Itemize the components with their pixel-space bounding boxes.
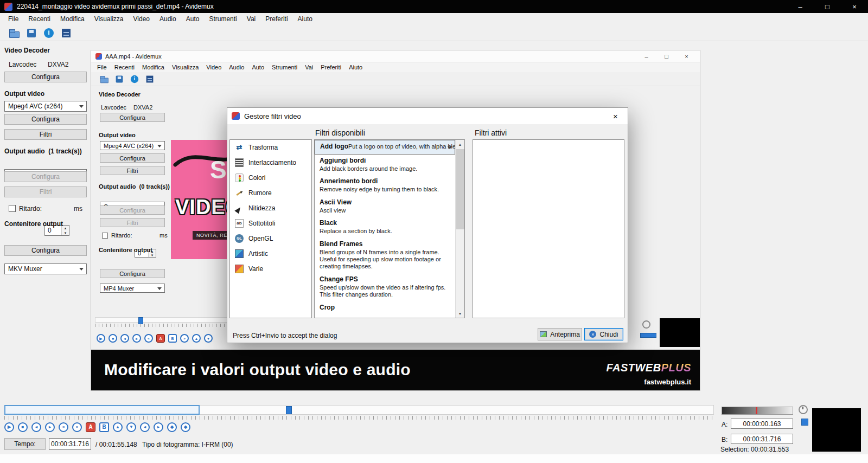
- banner-caption: Modificare i valori output video e audio: [104, 361, 411, 379]
- volume-knob-icon[interactable]: [799, 405, 808, 414]
- save-icon[interactable]: [115, 75, 124, 83]
- menu-item[interactable]: Preferiti: [317, 63, 345, 72]
- next-keyframe-button[interactable]: »: [180, 334, 189, 343]
- filter-item[interactable]: Ascii View Ascii view: [315, 196, 455, 217]
- filter-category-label: Varie: [248, 265, 263, 273]
- menu-item[interactable]: Auto: [181, 14, 205, 24]
- filter-item[interactable]: Black Replace a section by black.: [315, 217, 455, 237]
- video-filters-button[interactable]: Filtri: [4, 129, 87, 140]
- menu-item[interactable]: File: [93, 63, 111, 72]
- tempo-button[interactable]: Tempo:: [4, 438, 46, 450]
- menu-item[interactable]: Strumenti: [268, 63, 301, 72]
- filter-item[interactable]: Crop: [315, 301, 455, 315]
- menu-item[interactable]: Vai: [301, 63, 317, 72]
- active-filters-list[interactable]: [473, 139, 624, 318]
- marker-a-button[interactable]: A: [156, 334, 165, 343]
- last-frame-button[interactable]: ▸: [154, 422, 163, 432]
- volume-slider[interactable]: [722, 407, 793, 415]
- menu-item[interactable]: Aiuto: [345, 63, 366, 72]
- filter-category-item[interactable]: Trasforma: [230, 140, 311, 155]
- marker-b-button[interactable]: B: [99, 422, 109, 432]
- timeline-handle[interactable]: [286, 406, 292, 414]
- container-configure-button[interactable]: Configura: [4, 245, 87, 256]
- main-timeline[interactable]: [4, 405, 714, 420]
- filter-item[interactable]: Blend Frames Blend groups of N frames in…: [315, 238, 455, 273]
- menu-item[interactable]: Video: [129, 14, 155, 24]
- video-configure-button[interactable]: Configura: [4, 114, 87, 125]
- filter-item[interactable]: Change FPS Speed up/slow down the video …: [315, 273, 455, 301]
- decoder-codec-label: Lavcodec: [9, 61, 36, 68]
- menu-item[interactable]: Modifica: [55, 14, 90, 24]
- filter-item[interactable]: Aggiungi bordi Add black borders around …: [315, 155, 455, 175]
- goto-marker-a-button[interactable]: ◆: [167, 422, 177, 432]
- filter-category-item[interactable]: Artistic: [230, 246, 311, 261]
- filter-category-item[interactable]: Nitidezza: [230, 201, 311, 216]
- menu-item[interactable]: Audio: [225, 63, 248, 72]
- filter-category-item[interactable]: OpenGL: [230, 231, 311, 246]
- prev-black-frame-button[interactable]: ▲: [192, 334, 201, 343]
- marker-b-button[interactable]: B: [168, 334, 177, 343]
- prev-keyframe-button[interactable]: «: [144, 334, 153, 343]
- open-icon[interactable]: [9, 28, 20, 38]
- menu-item[interactable]: Modifica: [138, 63, 168, 72]
- stop-button[interactable]: ■: [18, 422, 28, 432]
- preview-button[interactable]: Anteprima: [538, 328, 582, 340]
- muxer-select[interactable]: MKV Muxer: [4, 263, 87, 274]
- goto-marker-b-button[interactable]: ◆: [181, 422, 190, 432]
- close-button[interactable]: ×: [841, 0, 868, 13]
- open-icon[interactable]: [100, 75, 108, 83]
- prev-frame-button[interactable]: ◂: [120, 334, 129, 343]
- properties-icon[interactable]: [61, 28, 72, 38]
- close-dialog-button[interactable]: × Chiudi: [584, 328, 623, 340]
- next-frame-button[interactable]: ▸: [132, 334, 141, 343]
- mini-slider[interactable]: [801, 419, 808, 426]
- delay-checkbox[interactable]: [9, 205, 16, 212]
- maximize-button[interactable]: □: [814, 0, 841, 13]
- info-icon[interactable]: [43, 28, 54, 38]
- minimize-button[interactable]: –: [787, 0, 814, 13]
- menu-item[interactable]: Strumenti: [204, 14, 241, 24]
- avidemux-icon: [95, 53, 102, 60]
- scroll-down-icon[interactable]: ▼: [456, 309, 464, 318]
- next-black-frame-button[interactable]: ▼: [204, 334, 213, 343]
- menu-item[interactable]: Vai: [242, 14, 260, 24]
- prev-frame-button[interactable]: ◂: [31, 422, 41, 432]
- menu-item[interactable]: Recenti: [111, 63, 138, 72]
- filter-category-item[interactable]: Rumore: [230, 185, 311, 201]
- save-icon[interactable]: [26, 28, 37, 38]
- filter-category-item[interactable]: Varie: [230, 261, 311, 276]
- filter-item[interactable]: Add logo Put a logo on top of video, wit…: [315, 140, 455, 155]
- menu-item[interactable]: Visualizza: [90, 14, 129, 24]
- stop-button[interactable]: ■: [108, 334, 117, 343]
- dialog-close-icon[interactable]: ×: [603, 108, 628, 124]
- menu-item[interactable]: Video: [202, 63, 225, 72]
- filter-category-item[interactable]: Sottotitoli: [230, 216, 311, 231]
- next-frame-button[interactable]: ▸: [45, 422, 55, 432]
- decoder-configure-button[interactable]: Configura: [4, 72, 87, 82]
- scrollbar-thumb[interactable]: [456, 149, 464, 229]
- filter-item[interactable]: Annerimento bordi Remove noisy edge by t…: [315, 175, 455, 196]
- properties-icon[interactable]: [145, 75, 154, 83]
- menu-item[interactable]: Auto: [248, 63, 268, 72]
- prev-black-frame-button[interactable]: ▲: [113, 422, 123, 432]
- filter-category-item[interactable]: Interlacciamento: [230, 155, 311, 170]
- menu-item[interactable]: Visualizza: [168, 63, 202, 72]
- menu-item[interactable]: Audio: [155, 14, 181, 24]
- prev-keyframe-button[interactable]: «: [59, 422, 68, 432]
- menu-item[interactable]: Preferiti: [260, 14, 292, 24]
- next-black-frame-button[interactable]: ▼: [126, 422, 136, 432]
- play-button[interactable]: ▶: [4, 422, 14, 432]
- scroll-up-icon[interactable]: ▲: [456, 140, 464, 149]
- filter-description: Put a logo on top of video, with alpha b…: [348, 143, 455, 150]
- filter-category-item[interactable]: Colori: [230, 170, 311, 185]
- next-keyframe-button[interactable]: »: [72, 422, 82, 432]
- menu-item[interactable]: File: [3, 14, 23, 24]
- first-frame-button[interactable]: ◂: [140, 422, 150, 432]
- play-button[interactable]: ▶: [97, 334, 105, 343]
- scrollbar[interactable]: ▲ ▼: [455, 140, 464, 318]
- menu-item[interactable]: Aiuto: [293, 14, 317, 24]
- marker-a-button[interactable]: A: [86, 422, 95, 432]
- menu-item[interactable]: Recenti: [23, 14, 55, 24]
- video-codec-select[interactable]: Mpeg4 AVC (x264): [4, 101, 87, 112]
- info-icon[interactable]: [130, 75, 139, 83]
